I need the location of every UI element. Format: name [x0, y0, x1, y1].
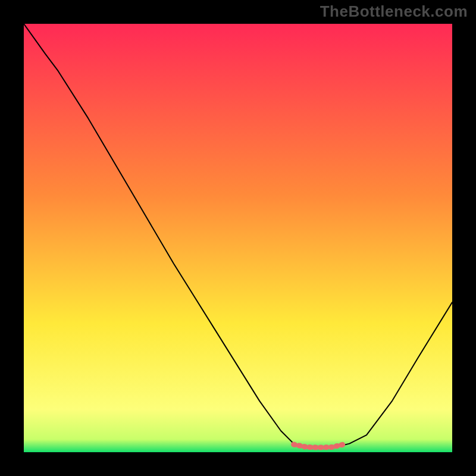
bottleneck-chart	[24, 24, 452, 452]
plot-area	[24, 24, 452, 452]
watermark-label: TheBottleneck.com	[320, 2, 468, 21]
chart-frame: TheBottleneck.com	[0, 0, 476, 476]
gradient-background	[24, 24, 452, 452]
